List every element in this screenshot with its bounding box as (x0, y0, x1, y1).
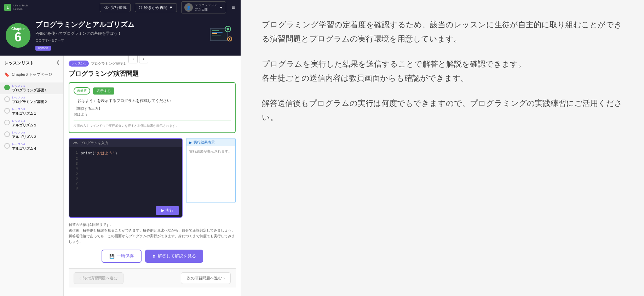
expected-output: 【期待する出力】 おはよう (74, 106, 231, 117)
code-icon: </> (104, 5, 109, 10)
output-panel: ▶ 実行結果表示 実行結果が表示されます。 (186, 138, 236, 218)
svg-point-7 (227, 28, 229, 30)
sidebar-item-lesson6[interactable]: レッスン6 アルゴリズム４ (0, 141, 63, 153)
lesson-title: プログラミング演習問題 (69, 69, 236, 78)
lesson-content: レッスン1 プログラミング基礎１ ‹ › プログラミング演習問題 未解答 表示す… (64, 56, 241, 296)
lesson-dot-3 (4, 108, 10, 114)
sidebar-item-lesson4[interactable]: レッスン4 アルゴリズム２ (0, 118, 63, 129)
description-text: 解答の送信は1回限りです。 送信後、解答例と解説を見ることができます。解答例と見… (69, 222, 236, 245)
logo-text: Life is Tech! Lesson (13, 4, 28, 11)
sidebar-header: レッスンリスト 《 (0, 60, 63, 70)
problem-box: 未解答 表示する 「おはよう」を表示するプログラムを作成してください 【期待する… (69, 82, 236, 133)
lesson-tag: レッスン1 (69, 61, 89, 67)
theme-label: ここで学べるテーマ (35, 38, 202, 43)
svg-rect-2 (212, 30, 219, 31)
chapter-info: プログラミングとアルゴリズム Pythonを使ってプログラミングの基礎を学ぼう！… (35, 20, 202, 51)
code-line-5: 5 (72, 171, 179, 176)
svg-point-9 (229, 38, 230, 40)
output-header: ▶ 実行結果表示 (186, 138, 236, 146)
right-panel: プログラミング学習の定着度を確認するため、該当のレッスンに生徒が自主的に取り組む… (241, 0, 644, 296)
sidebar-item-lesson1[interactable]: レッスン1 プログラミング基礎１ (0, 82, 63, 94)
prev-exercise-button[interactable]: ‹ 前の演習問題へ進む (74, 272, 123, 284)
output-content: 実行結果が表示されます。 (186, 146, 236, 203)
show-status-button[interactable]: 表示する (93, 87, 114, 95)
content-area: レッスンリスト 《 🔖 Chapter6 トップページ レッスン1 プログラミン… (0, 56, 241, 296)
chapter-header: Chapter 6 プログラミングとアルゴリズム Pythonを使ってプログラミ… (0, 15, 241, 56)
sidebar-collapse-button[interactable]: 《 (54, 60, 59, 66)
status-badge: 未解答 (74, 87, 90, 95)
right-para-2: プログラムを実行した結果を送信することで解答と解説を確認できます。 各生徒ごとの… (262, 57, 623, 85)
code-line-4: 4 (72, 166, 179, 171)
sidebar-item-lesson5[interactable]: レッスン5 アルゴリズム３ (0, 129, 63, 141)
logo-icon: L (4, 4, 11, 11)
bottom-nav: ‹ 前の演習問題へ進む 次の演習問題へ進む › (69, 268, 236, 288)
lesson-dot-1 (4, 85, 10, 90)
save-button[interactable]: 💾 一時保存 (102, 250, 142, 263)
problem-text: 「おはよう」を表示するプログラムを作成してください (74, 98, 231, 103)
lesson-dot-5 (4, 131, 10, 137)
play-icon: ▶ (161, 208, 164, 213)
resume-icon: ⬡ (139, 5, 142, 10)
sidebar-item-lesson2[interactable]: レッスン2 プログラミング基礎２ (0, 94, 63, 106)
code-env-button[interactable]: </> 実行環境 (100, 3, 131, 12)
right-para-1: プログラミング学習の定着度を確認するため、該当のレッスンに生徒が自主的に取り組む… (262, 18, 623, 46)
prev-arrow-button[interactable]: ‹ (128, 56, 138, 63)
chapter-title: プログラミングとアルゴリズム (35, 20, 202, 29)
code-content[interactable]: 1 print('おはよう') 2 3 4 (69, 147, 182, 204)
editor-area: </> プログラムを入力 1 print('おはよう') 2 (69, 138, 236, 218)
chapter-badge: Chapter 6 (6, 23, 30, 48)
avatar: 👤 (184, 3, 193, 12)
code-line-7: 7 (72, 181, 179, 186)
editor-header: </> プログラムを入力 (69, 139, 182, 147)
problem-status-bar: 未解答 表示する (74, 87, 231, 95)
problem-note: 左側の入力ウインドウで実行ボタンを押すと右側に結果が表示されます。 (74, 120, 231, 128)
submit-button[interactable]: ⬆ 解答して解説を見る (145, 250, 203, 263)
code-editor-panel: </> プログラムを入力 1 print('おはよう') 2 (69, 138, 183, 218)
code-line-6: 6 (72, 176, 179, 181)
bookmark-icon: 🔖 (4, 72, 10, 77)
submit-icon: ⬆ (152, 254, 156, 259)
chapter-subtitle: Pythonを使ってプログラミングの基礎を学ぼう！ (35, 31, 202, 36)
lesson-nav: ‹ › (128, 56, 148, 63)
hamburger-menu[interactable]: ≡ (230, 3, 236, 12)
right-para-3: 解答送信後もプログラムの実行は何度でもできますので、プログラミングの実践練習にご… (262, 96, 623, 124)
lesson-dot-4 (4, 120, 10, 125)
action-buttons: 💾 一時保存 ⬆ 解答して解説を見る (69, 250, 236, 263)
top-nav: L Life is Tech! Lesson </> 実行環境 ⬡ 続きから再開… (0, 0, 241, 15)
svg-rect-5 (212, 35, 221, 35)
lesson-dot-6 (4, 143, 10, 149)
next-exercise-button[interactable]: 次の演習問題へ進む › (181, 272, 231, 284)
code-line-1: 1 print('おはよう') (72, 150, 179, 156)
code-bracket-icon: </> (73, 141, 78, 145)
resume-button[interactable]: ⬡ 続きから再開 ▼ (135, 3, 177, 12)
run-btn-area: ▶ 実行 (69, 204, 182, 217)
code-line-8: 8 (72, 186, 179, 191)
logo-area: L Life is Tech! Lesson (4, 4, 28, 11)
svg-rect-4 (212, 33, 217, 34)
svg-rect-3 (212, 32, 223, 33)
theme-badge: Python (35, 46, 51, 51)
next-icon: › (223, 276, 225, 280)
browser-panel: L Life is Tech! Lesson </> 実行環境 ⬡ 続きから再開… (0, 0, 241, 296)
code-line-2: 2 (72, 156, 179, 161)
next-arrow-button[interactable]: › (139, 56, 148, 63)
dropdown-icon: ▼ (169, 5, 173, 10)
user-menu[interactable]: 👤 テックレッスン 瓦之太郎 ▼ (181, 1, 226, 13)
lesson-dot-2 (4, 96, 10, 102)
output-icon: ▶ (189, 141, 192, 144)
prev-icon: ‹ (80, 276, 81, 280)
sidebar: レッスンリスト 《 🔖 Chapter6 トップページ レッスン1 プログラミン… (0, 56, 64, 296)
lesson-breadcrumb: レッスン1 プログラミング基礎１ ‹ › (69, 61, 236, 67)
run-button[interactable]: ▶ 実行 (156, 206, 179, 215)
sidebar-item-top-page[interactable]: 🔖 Chapter6 トップページ (0, 70, 63, 81)
breadcrumb-text: プログラミング基礎１ (91, 61, 126, 66)
chapter-illustration (207, 25, 235, 46)
user-dropdown-icon: ▼ (219, 6, 223, 10)
code-line-3: 3 (72, 161, 179, 166)
save-icon: 💾 (109, 254, 115, 259)
sidebar-item-lesson3[interactable]: レッスン3 アルゴリズム１ (0, 106, 63, 118)
